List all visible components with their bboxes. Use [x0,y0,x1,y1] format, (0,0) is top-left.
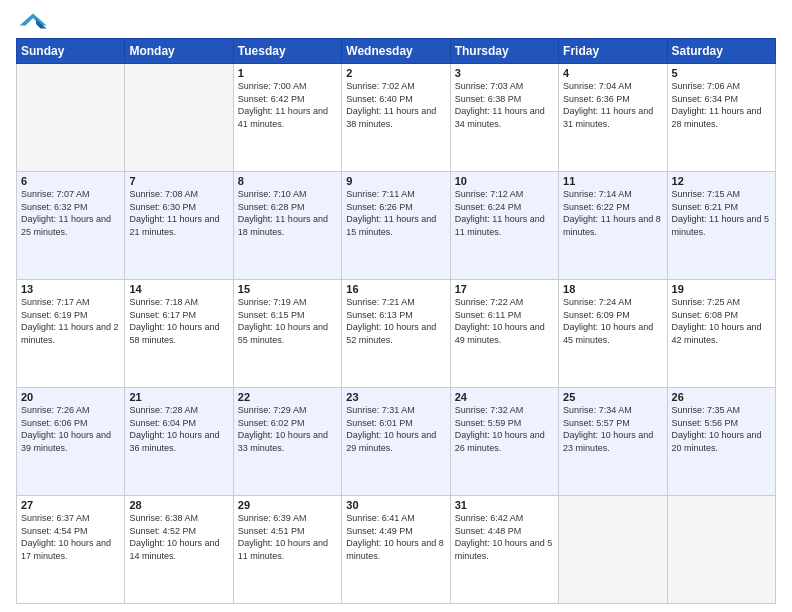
day-header-thursday: Thursday [450,39,558,64]
cell-info: Sunrise: 7:04 AM Sunset: 6:36 PM Dayligh… [563,80,662,130]
cell-info: Sunrise: 7:02 AM Sunset: 6:40 PM Dayligh… [346,80,445,130]
week-row-0: 1Sunrise: 7:00 AM Sunset: 6:42 PM Daylig… [17,64,776,172]
cell-info: Sunrise: 7:22 AM Sunset: 6:11 PM Dayligh… [455,296,554,346]
cell-info: Sunrise: 7:08 AM Sunset: 6:30 PM Dayligh… [129,188,228,238]
day-number: 2 [346,67,445,79]
calendar-cell: 14Sunrise: 7:18 AM Sunset: 6:17 PM Dayli… [125,280,233,388]
day-number: 18 [563,283,662,295]
cell-info: Sunrise: 7:19 AM Sunset: 6:15 PM Dayligh… [238,296,337,346]
cell-info: Sunrise: 7:03 AM Sunset: 6:38 PM Dayligh… [455,80,554,130]
day-number: 20 [21,391,120,403]
day-number: 13 [21,283,120,295]
calendar-cell: 7Sunrise: 7:08 AM Sunset: 6:30 PM Daylig… [125,172,233,280]
day-number: 31 [455,499,554,511]
cell-info: Sunrise: 7:10 AM Sunset: 6:28 PM Dayligh… [238,188,337,238]
header [16,12,776,30]
cell-info: Sunrise: 7:24 AM Sunset: 6:09 PM Dayligh… [563,296,662,346]
cell-info: Sunrise: 7:28 AM Sunset: 6:04 PM Dayligh… [129,404,228,454]
day-number: 10 [455,175,554,187]
cell-info: Sunrise: 7:12 AM Sunset: 6:24 PM Dayligh… [455,188,554,238]
day-number: 14 [129,283,228,295]
day-number: 24 [455,391,554,403]
week-row-4: 27Sunrise: 6:37 AM Sunset: 4:54 PM Dayli… [17,496,776,604]
cell-info: Sunrise: 7:32 AM Sunset: 5:59 PM Dayligh… [455,404,554,454]
day-number: 22 [238,391,337,403]
page: SundayMondayTuesdayWednesdayThursdayFrid… [0,0,792,612]
day-number: 30 [346,499,445,511]
cell-info: Sunrise: 7:17 AM Sunset: 6:19 PM Dayligh… [21,296,120,346]
day-number: 19 [672,283,771,295]
day-header-sunday: Sunday [17,39,125,64]
day-number: 17 [455,283,554,295]
day-number: 21 [129,391,228,403]
day-header-tuesday: Tuesday [233,39,341,64]
day-number: 1 [238,67,337,79]
calendar-cell: 9Sunrise: 7:11 AM Sunset: 6:26 PM Daylig… [342,172,450,280]
calendar-cell: 10Sunrise: 7:12 AM Sunset: 6:24 PM Dayli… [450,172,558,280]
calendar-cell: 19Sunrise: 7:25 AM Sunset: 6:08 PM Dayli… [667,280,775,388]
day-number: 23 [346,391,445,403]
calendar-cell: 21Sunrise: 7:28 AM Sunset: 6:04 PM Dayli… [125,388,233,496]
day-header-monday: Monday [125,39,233,64]
day-number: 4 [563,67,662,79]
calendar-cell [17,64,125,172]
cell-info: Sunrise: 7:35 AM Sunset: 5:56 PM Dayligh… [672,404,771,454]
week-row-3: 20Sunrise: 7:26 AM Sunset: 6:06 PM Dayli… [17,388,776,496]
header-row: SundayMondayTuesdayWednesdayThursdayFrid… [17,39,776,64]
week-row-1: 6Sunrise: 7:07 AM Sunset: 6:32 PM Daylig… [17,172,776,280]
calendar-cell: 31Sunrise: 6:42 AM Sunset: 4:48 PM Dayli… [450,496,558,604]
day-number: 9 [346,175,445,187]
day-number: 25 [563,391,662,403]
day-number: 16 [346,283,445,295]
day-number: 11 [563,175,662,187]
calendar-cell: 23Sunrise: 7:31 AM Sunset: 6:01 PM Dayli… [342,388,450,496]
calendar-cell: 16Sunrise: 7:21 AM Sunset: 6:13 PM Dayli… [342,280,450,388]
cell-info: Sunrise: 6:41 AM Sunset: 4:49 PM Dayligh… [346,512,445,562]
calendar-cell: 3Sunrise: 7:03 AM Sunset: 6:38 PM Daylig… [450,64,558,172]
week-row-2: 13Sunrise: 7:17 AM Sunset: 6:19 PM Dayli… [17,280,776,388]
cell-info: Sunrise: 7:29 AM Sunset: 6:02 PM Dayligh… [238,404,337,454]
calendar-cell: 11Sunrise: 7:14 AM Sunset: 6:22 PM Dayli… [559,172,667,280]
calendar-cell: 20Sunrise: 7:26 AM Sunset: 6:06 PM Dayli… [17,388,125,496]
day-number: 28 [129,499,228,511]
cell-info: Sunrise: 7:07 AM Sunset: 6:32 PM Dayligh… [21,188,120,238]
cell-info: Sunrise: 7:06 AM Sunset: 6:34 PM Dayligh… [672,80,771,130]
calendar-cell: 22Sunrise: 7:29 AM Sunset: 6:02 PM Dayli… [233,388,341,496]
cell-info: Sunrise: 7:15 AM Sunset: 6:21 PM Dayligh… [672,188,771,238]
cell-info: Sunrise: 7:26 AM Sunset: 6:06 PM Dayligh… [21,404,120,454]
cell-info: Sunrise: 7:21 AM Sunset: 6:13 PM Dayligh… [346,296,445,346]
day-number: 29 [238,499,337,511]
day-number: 27 [21,499,120,511]
calendar-cell: 27Sunrise: 6:37 AM Sunset: 4:54 PM Dayli… [17,496,125,604]
cell-info: Sunrise: 6:39 AM Sunset: 4:51 PM Dayligh… [238,512,337,562]
calendar-cell: 25Sunrise: 7:34 AM Sunset: 5:57 PM Dayli… [559,388,667,496]
day-header-friday: Friday [559,39,667,64]
cell-info: Sunrise: 6:37 AM Sunset: 4:54 PM Dayligh… [21,512,120,562]
calendar-cell [125,64,233,172]
cell-info: Sunrise: 7:14 AM Sunset: 6:22 PM Dayligh… [563,188,662,238]
day-number: 3 [455,67,554,79]
calendar-cell: 18Sunrise: 7:24 AM Sunset: 6:09 PM Dayli… [559,280,667,388]
calendar-cell: 24Sunrise: 7:32 AM Sunset: 5:59 PM Dayli… [450,388,558,496]
calendar-cell: 29Sunrise: 6:39 AM Sunset: 4:51 PM Dayli… [233,496,341,604]
day-number: 6 [21,175,120,187]
calendar-table: SundayMondayTuesdayWednesdayThursdayFrid… [16,38,776,604]
calendar-cell: 30Sunrise: 6:41 AM Sunset: 4:49 PM Dayli… [342,496,450,604]
logo [16,12,48,30]
calendar-cell: 15Sunrise: 7:19 AM Sunset: 6:15 PM Dayli… [233,280,341,388]
calendar-cell: 4Sunrise: 7:04 AM Sunset: 6:36 PM Daylig… [559,64,667,172]
calendar-cell: 8Sunrise: 7:10 AM Sunset: 6:28 PM Daylig… [233,172,341,280]
calendar-cell [667,496,775,604]
cell-info: Sunrise: 7:18 AM Sunset: 6:17 PM Dayligh… [129,296,228,346]
day-header-saturday: Saturday [667,39,775,64]
calendar-cell: 6Sunrise: 7:07 AM Sunset: 6:32 PM Daylig… [17,172,125,280]
calendar-cell: 2Sunrise: 7:02 AM Sunset: 6:40 PM Daylig… [342,64,450,172]
calendar-cell: 17Sunrise: 7:22 AM Sunset: 6:11 PM Dayli… [450,280,558,388]
calendar-cell: 1Sunrise: 7:00 AM Sunset: 6:42 PM Daylig… [233,64,341,172]
day-number: 12 [672,175,771,187]
cell-info: Sunrise: 7:00 AM Sunset: 6:42 PM Dayligh… [238,80,337,130]
cell-info: Sunrise: 6:38 AM Sunset: 4:52 PM Dayligh… [129,512,228,562]
cell-info: Sunrise: 7:31 AM Sunset: 6:01 PM Dayligh… [346,404,445,454]
cell-info: Sunrise: 7:34 AM Sunset: 5:57 PM Dayligh… [563,404,662,454]
day-number: 7 [129,175,228,187]
